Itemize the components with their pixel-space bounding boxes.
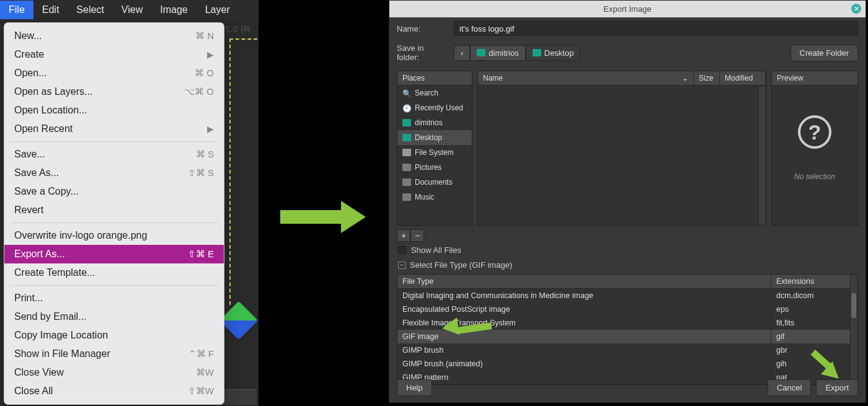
- menu-item-revert[interactable]: Revert: [4, 201, 224, 219]
- annotation-arrow: [441, 316, 490, 336]
- folder-icon: [402, 179, 411, 186]
- scrollbar[interactable]: [758, 86, 766, 225]
- file-list[interactable]: Name⌄ Size Modified: [477, 71, 766, 226]
- show-all-files-checkbox[interactable]: [398, 246, 406, 254]
- clock-icon: 🕘: [402, 104, 411, 112]
- dialog-titlebar: Export Image ✕: [389, 1, 866, 17]
- folder-icon: [533, 49, 541, 56]
- menu-item-open[interactable]: Open...⌘ O: [4, 64, 224, 82]
- document-tab-fragment: 1.0 (R: [225, 24, 250, 34]
- file-type-header: File Type: [397, 275, 771, 288]
- menu-image[interactable]: Image: [151, 1, 196, 19]
- path-segment-home[interactable]: dimitrios: [470, 45, 525, 61]
- menu-item-export-as[interactable]: Export As...⇧⌘ E: [4, 245, 224, 263]
- menu-view[interactable]: View: [113, 1, 151, 19]
- annotation-arrow: [807, 353, 851, 391]
- annotation-arrow: [280, 205, 366, 229]
- menu-item-save-as[interactable]: Save As...⇧⌘ S: [4, 164, 224, 182]
- menu-item-send-email[interactable]: Send by Email...: [4, 307, 224, 326]
- menu-item-print[interactable]: Print...: [4, 289, 224, 307]
- show-all-files-label: Show All Files: [411, 245, 461, 255]
- name-input[interactable]: [454, 21, 858, 36]
- save-in-folder-label: Save in folder:: [397, 43, 448, 62]
- folder-icon: [402, 164, 411, 171]
- menu-layer[interactable]: Layer: [197, 1, 239, 19]
- cancel-button[interactable]: Cancel: [768, 379, 811, 396]
- file-type-row[interactable]: GIMP brushgbr: [397, 343, 857, 357]
- extensions-header: Extensions: [771, 275, 857, 288]
- place-documents[interactable]: Documents: [397, 175, 472, 190]
- file-menu-dropdown: New...⌘ N Create▶ Open...⌘ O Open as Lay…: [4, 22, 224, 405]
- place-pictures[interactable]: Pictures: [397, 160, 472, 175]
- menu-edit[interactable]: Edit: [33, 1, 68, 19]
- menu-item-new[interactable]: New...⌘ N: [4, 27, 224, 45]
- place-home[interactable]: dimitrios: [397, 115, 472, 130]
- menu-item-open-recent[interactable]: Open Recent▶: [4, 120, 224, 138]
- file-type-row[interactable]: Encapsulated PostScript imageeps: [397, 302, 857, 316]
- home-icon: [477, 49, 485, 56]
- sort-indicator-icon[interactable]: ⌄: [682, 74, 688, 82]
- menu-item-create-template[interactable]: Create Template...: [4, 263, 224, 282]
- preview-header: Preview: [772, 71, 857, 86]
- places-header: Places: [397, 71, 472, 86]
- menu-item-open-location[interactable]: Open Location...: [4, 101, 224, 120]
- scrollbar-thumb[interactable]: [851, 293, 856, 318]
- file-type-row[interactable]: Digital Imaging and Communications in Me…: [397, 289, 857, 302]
- menu-item-overwrite[interactable]: Overwrite inv-logo orange.png: [4, 226, 224, 245]
- file-list-header: Name⌄ Size Modified: [478, 71, 766, 86]
- name-label: Name:: [397, 24, 448, 33]
- close-icon[interactable]: ✕: [851, 4, 861, 14]
- home-icon: [402, 119, 411, 126]
- menu-item-copy-image-location[interactable]: Copy Image Location: [4, 326, 224, 345]
- chevron-right-icon: ▶: [207, 122, 214, 136]
- menu-item-close-view[interactable]: Close View⌘W: [4, 363, 224, 382]
- menu-item-save[interactable]: Save...⌘ S: [4, 145, 224, 164]
- folder-icon: [402, 134, 411, 141]
- minus-icon: −: [398, 262, 405, 269]
- place-recent[interactable]: 🕘Recently Used: [397, 100, 472, 115]
- no-selection-label: No selection: [794, 172, 835, 181]
- path-bar: ‹ dimitrios Desktop: [454, 45, 580, 61]
- menu-item-save-copy[interactable]: Save a Copy...: [4, 182, 224, 201]
- place-search[interactable]: 🔍Search: [397, 86, 472, 100]
- places-panel: Places 🔍Search 🕘Recently Used dimitrios …: [397, 71, 472, 226]
- remove-bookmark-button[interactable]: −: [410, 229, 424, 242]
- path-segment-desktop[interactable]: Desktop: [526, 45, 581, 61]
- add-bookmark-button[interactable]: +: [397, 229, 410, 242]
- menu-item-show-in-file-manager[interactable]: Show in File Manager⌃⌘ F: [4, 345, 224, 363]
- menu-item-create[interactable]: Create▶: [4, 45, 224, 64]
- help-button[interactable]: Help: [397, 379, 432, 396]
- menubar: File Edit Select View Image Layer: [0, 0, 259, 20]
- preview-panel: Preview ? No selection: [771, 71, 858, 226]
- menu-select[interactable]: Select: [68, 1, 112, 19]
- canvas-selection: [229, 38, 257, 305]
- dialog-title: Export Image: [603, 4, 651, 14]
- chevron-left-icon: ‹: [461, 48, 463, 58]
- path-back-button[interactable]: ‹: [454, 45, 470, 61]
- folder-icon: [402, 193, 411, 201]
- scrollbar[interactable]: [850, 275, 857, 384]
- select-file-type-expander[interactable]: − Select File Type (GIF image): [389, 258, 866, 271]
- file-type-row[interactable]: GIMP brush (animated)gih: [397, 357, 857, 371]
- question-icon: ?: [798, 115, 831, 149]
- search-icon: 🔍: [402, 89, 411, 97]
- place-desktop[interactable]: Desktop: [397, 130, 472, 145]
- place-filesystem[interactable]: File System: [397, 145, 472, 160]
- chevron-right-icon: ▶: [207, 48, 214, 61]
- export-image-dialog: Export Image ✕ Name: Save in folder: ‹ d…: [389, 0, 866, 403]
- create-folder-button[interactable]: Create Folder: [790, 45, 858, 61]
- canvas-image: [219, 301, 258, 340]
- menu-file[interactable]: File: [0, 1, 33, 19]
- place-music[interactable]: Music: [397, 190, 472, 205]
- disk-icon: [402, 149, 411, 156]
- menu-item-open-as-layers[interactable]: Open as Layers...⌥⌘ O: [4, 82, 224, 101]
- menu-item-close-all[interactable]: Close All⇧⌘W: [4, 382, 224, 400]
